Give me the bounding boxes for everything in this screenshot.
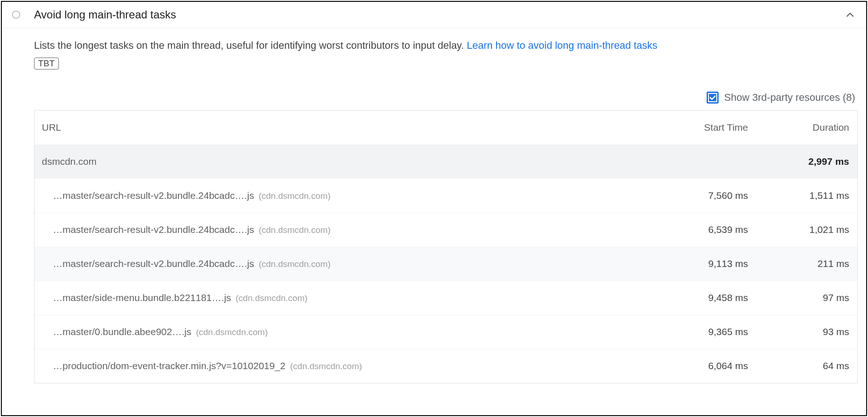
third-party-toggle-row: Show 3rd-party resources (8) — [34, 92, 858, 104]
table-row[interactable]: …master/search-result-v2.bundle.24bcadc…… — [34, 213, 857, 247]
chevron-up-icon[interactable] — [844, 9, 856, 21]
cell-duration: 1,511 ms — [756, 190, 857, 201]
audit-title: Avoid long main-thread tasks — [34, 8, 844, 21]
audit-header[interactable]: Avoid long main-thread tasks — [2, 2, 866, 28]
url-host: (cdn.dsmcdn.com) — [259, 259, 331, 269]
cell-url: …production/dom-event-tracker.min.js?v=1… — [34, 360, 655, 371]
cell-start: 6,064 ms — [655, 360, 756, 371]
audit-description: Lists the longest tasks on the main thre… — [34, 38, 858, 53]
url-host: (cdn.dsmcdn.com) — [196, 327, 268, 337]
url-path: …master/search-result-v2.bundle.24bcadc…… — [53, 258, 254, 269]
description-text: Lists the longest tasks on the main thre… — [34, 40, 467, 51]
table-row[interactable]: …master/search-result-v2.bundle.24bcadc…… — [34, 247, 857, 281]
cell-duration: 93 ms — [756, 326, 857, 337]
col-header-start: Start Time — [655, 122, 756, 133]
cell-start: 9,458 ms — [655, 292, 756, 303]
url-host: (cdn.dsmcdn.com) — [259, 225, 331, 235]
col-header-duration: Duration — [756, 122, 857, 133]
url-path: …production/dom-event-tracker.min.js?v=1… — [53, 360, 286, 371]
group-host: dsmcdn.com — [34, 156, 655, 167]
status-circle-icon — [12, 11, 20, 19]
third-party-label: Show 3rd-party resources (8) — [724, 92, 855, 104]
table-row[interactable]: …master/search-result-v2.bundle.24bcadc…… — [34, 179, 857, 213]
cell-url: …master/search-result-v2.bundle.24bcadc…… — [34, 224, 655, 235]
url-host: (cdn.dsmcdn.com) — [290, 361, 362, 371]
cell-url: …master/search-result-v2.bundle.24bcadc…… — [34, 258, 655, 269]
audit-panel: Avoid long main-thread tasks Lists the l… — [1, 1, 867, 416]
url-path: …master/0.bundle.abee902….js — [53, 326, 191, 337]
cell-duration: 64 ms — [756, 360, 857, 371]
cell-start: 9,113 ms — [655, 258, 756, 269]
cell-duration: 211 ms — [756, 258, 857, 269]
table-row[interactable]: …master/side-menu.bundle.b221181….js(cdn… — [34, 281, 857, 315]
cell-url: …master/side-menu.bundle.b221181….js(cdn… — [34, 292, 655, 303]
cell-start: 7,560 ms — [655, 190, 756, 201]
table-header-row: URL Start Time Duration — [34, 110, 857, 145]
cell-duration: 1,021 ms — [756, 224, 857, 235]
audit-body: Lists the longest tasks on the main thre… — [2, 28, 866, 383]
learn-more-link[interactable]: Learn how to avoid long main-thread task… — [467, 40, 657, 51]
table-row[interactable]: …master/0.bundle.abee902….js(cdn.dsmcdn.… — [34, 315, 857, 349]
third-party-checkbox[interactable] — [707, 92, 719, 104]
url-path: …master/search-result-v2.bundle.24bcadc…… — [53, 190, 254, 201]
url-path: …master/side-menu.bundle.b221181….js — [53, 292, 231, 303]
cell-duration: 97 ms — [756, 292, 857, 303]
tasks-table: URL Start Time Duration dsmcdn.com 2,997… — [34, 110, 858, 383]
url-host: (cdn.dsmcdn.com) — [259, 191, 331, 201]
cell-start: 9,365 ms — [655, 326, 756, 337]
cell-url: …master/search-result-v2.bundle.24bcadc…… — [34, 190, 655, 201]
col-header-url: URL — [34, 122, 655, 133]
url-host: (cdn.dsmcdn.com) — [236, 293, 308, 303]
url-path: …master/search-result-v2.bundle.24bcadc…… — [53, 224, 254, 235]
table-row[interactable]: …production/dom-event-tracker.min.js?v=1… — [34, 349, 857, 383]
cell-start: 6,539 ms — [655, 224, 756, 235]
metric-badge: TBT — [34, 58, 59, 70]
group-duration: 2,997 ms — [756, 156, 857, 167]
table-group-row[interactable]: dsmcdn.com 2,997 ms — [34, 145, 857, 179]
cell-url: …master/0.bundle.abee902….js(cdn.dsmcdn.… — [34, 326, 655, 337]
